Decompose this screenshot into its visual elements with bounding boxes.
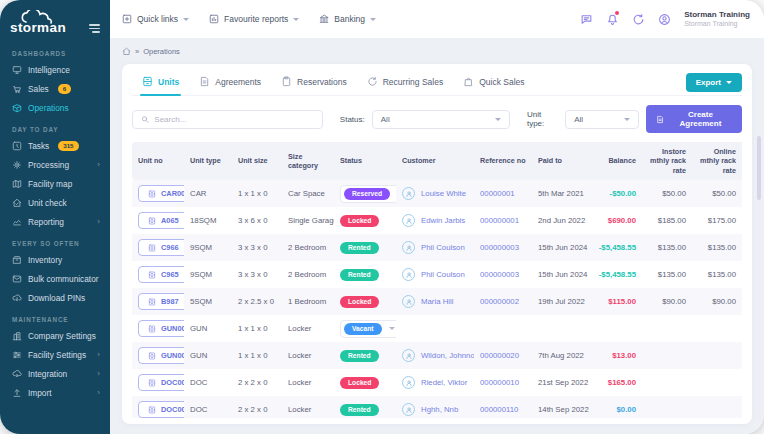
sliders-icon [12,350,22,360]
unit-no-cell: GUN002 [132,315,184,342]
count-badge: 6 [58,84,71,94]
unit-type-select-filter[interactable]: All [565,110,638,129]
sidebar-item-integration[interactable]: Integration› [0,364,110,383]
customer-link[interactable]: Edwin Jarbis [402,214,465,227]
user-avatar-icon[interactable] [658,13,671,26]
customer-link[interactable]: Phil Coulson [402,241,465,254]
unit-no-cell: B987 [132,288,184,315]
reference-no-cell: 000000020 [474,342,532,369]
reference-link[interactable]: 00000001 [480,189,515,198]
column-header-status: Status [334,142,396,180]
monitor-icon [12,65,22,75]
sync-icon[interactable] [632,13,645,26]
sidebar-item-tasks[interactable]: Tasks315 [0,136,110,155]
search-input[interactable] [154,115,314,124]
breadcrumb[interactable]: » Operations [122,44,752,64]
customer-link[interactable]: Maria Hill [402,295,454,308]
reference-link[interactable]: 000000010 [480,378,519,387]
messages-icon[interactable] [580,13,593,26]
banking-menu[interactable]: Banking [319,14,376,24]
export-button[interactable]: Export [686,73,742,92]
unit-type-filter-label: Unit type: [527,110,558,128]
online-rate-cell: $90.00 [692,288,742,315]
status-cell: Rented [334,234,396,261]
unit-link[interactable]: C965 [138,266,184,283]
sidebar-item-import[interactable]: Import› [0,383,110,402]
reference-link[interactable]: 000000003 [480,243,519,252]
sidebar-item-company-settings[interactable]: Company Settings [0,326,110,345]
home-check-icon [12,198,22,208]
sidebar-item-inventory[interactable]: Inventory [0,250,110,269]
unit-link[interactable]: C966 [138,239,184,256]
chevron-right-icon: › [97,370,100,378]
unit-link[interactable]: CAR001 [138,185,184,202]
size-category-cell: 1 Bedroom [282,288,334,315]
customer-link[interactable]: Riedel, Viktor [402,376,467,389]
menu-toggle-icon[interactable] [89,22,100,35]
reference-link[interactable]: 000000020 [480,351,519,360]
unit-type-cell: 18SQM [184,207,232,234]
sidebar-item-intelligence[interactable]: Intelligence [0,60,110,79]
scrollbar-thumb[interactable] [757,136,761,200]
bag-icon [463,76,474,87]
tab-quick-sales[interactable]: Quick Sales [453,70,534,95]
column-header-unit-no: Unit no [132,142,184,180]
unit-link[interactable]: GUN002 [138,320,184,337]
sidebar-item-label: Operations [28,103,69,113]
unit-link[interactable]: GUN001 [138,347,184,364]
create-agreement-button[interactable]: Create Agreement [646,105,742,133]
sidebar-item-sales[interactable]: Sales6 [0,79,110,98]
table-row: DOC001DOC2 x 2 x 0LockerLockedRiedel, Vi… [132,369,742,396]
vertical-scrollbar[interactable] [756,134,761,422]
column-header-size-category: Size category [282,142,334,180]
sidebar-item-processing[interactable]: Processing› [0,155,110,174]
avatar [402,241,415,254]
tabs-row: UnitsAgreementsReservationsRecurring Sal… [132,70,742,96]
tab-agreements[interactable]: Agreements [189,70,271,95]
tab-units[interactable]: Units [132,70,189,95]
status-cell: Rented [334,261,396,288]
notifications-bell-icon[interactable] [606,13,619,26]
notification-dot [615,11,619,15]
sidebar-item-unit-check[interactable]: Unit check [0,193,110,212]
units-table-wrap: Unit noUnit typeUnit sizeSize categorySt… [132,142,742,418]
status-cell: Vacant [334,315,396,342]
cabinet-icon [148,190,156,198]
sidebar-section-day-to-day: DAY TO DAY [0,117,110,136]
menu-label: Favourite reports [224,14,288,24]
customer-link[interactable]: Wildon, Johnno [402,349,474,362]
reference-link[interactable]: 000000001 [480,216,519,225]
paid-to-cell: 14th Sep 2022 [532,396,590,418]
sidebar-item-reporting[interactable]: Reporting› [0,212,110,231]
status-badge: Locked [340,377,379,389]
sidebar-item-operations[interactable]: Operations [0,98,110,117]
unit-link[interactable]: A065 [138,212,184,229]
status-select-filter[interactable]: All [372,110,510,129]
favourite-reports-menu[interactable]: Favourite reports [209,14,299,24]
sidebar-item-download-pins[interactable]: Download PINs [0,288,110,307]
status-dropdown[interactable]: Reserved [340,185,396,203]
customer-link[interactable]: Phil Coulson [402,268,465,281]
unit-no-cell: CAR001 [132,180,184,207]
unit-type-cell: CAR [184,180,232,207]
tab-reservations[interactable]: Reservations [271,70,357,95]
sidebar-item-label: Sales [28,84,49,94]
reference-link[interactable]: 000000110 [480,405,518,414]
tab-recurring-sales[interactable]: Recurring Sales [357,70,453,95]
customer-link[interactable]: Louise White [402,187,466,200]
customer-link[interactable]: Hghh, Nnb [402,403,458,416]
unit-link[interactable]: B987 [138,293,184,310]
storman-logo[interactable]: storman [10,12,66,35]
reference-link[interactable]: 000000003 [480,270,519,279]
unit-link[interactable]: DOC001 [138,374,184,391]
user-menu[interactable]: Storman Training Storman Training [684,10,750,29]
sidebar-item-bulk-communicator[interactable]: Bulk communicator [0,269,110,288]
status-dropdown[interactable]: Vacant [340,320,396,338]
balance-cell: $690.00 [590,207,642,234]
reference-link[interactable]: 000000002 [480,297,519,306]
document-icon [199,76,210,87]
quick-links-menu[interactable]: Quick links [122,14,189,24]
unit-link[interactable]: DOC002 [138,401,184,418]
sidebar-item-facility-map[interactable]: Facility map [0,174,110,193]
sidebar-item-facility-settings[interactable]: Facility Settings› [0,345,110,364]
